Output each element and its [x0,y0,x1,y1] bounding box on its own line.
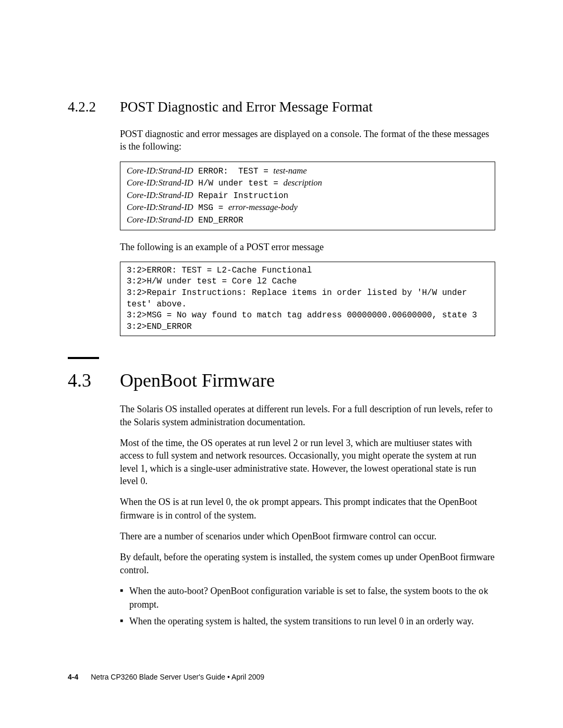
section-number: 4.3 [68,369,120,391]
section-heading-43: 4.3 OpenBoot Firmware [68,369,495,391]
example-output-box: 3:2>ERROR: TEST = L2-Cache Functional 3:… [120,262,495,337]
format-line-5: Core-ID:Strand-ID END_ERROR [127,214,488,227]
format-line-1: Core-ID:Strand-ID ERROR: TEST = test-nam… [127,165,488,178]
paragraph: There are a number of scenarios under wh… [120,530,495,542]
document-page: 4.2.2 POST Diagnostic and Error Message … [0,0,563,728]
paragraph: When the OS is at run level 0, the ok pr… [120,496,495,522]
paragraph: The Solaris OS installed operates at dif… [120,403,495,428]
subsection-heading-422: 4.2.2 POST Diagnostic and Error Message … [68,99,495,115]
format-line-3: Core-ID:Strand-ID Repair Instruction [127,190,488,202]
section-43-content: The Solaris OS installed operates at dif… [120,403,495,627]
message-format-box: Core-ID:Strand-ID ERROR: TEST = test-nam… [120,162,495,230]
page-footer: 4-4Netra CP3260 Blade Server User's Guid… [68,673,264,681]
section-title: OpenBoot Firmware [120,369,275,391]
format-line-2: Core-ID:Strand-ID H/W under test = descr… [127,177,488,190]
paragraph: Most of the time, the OS operates at run… [120,437,495,487]
format-line-4: Core-ID:Strand-ID MSG = error-message-bo… [127,202,488,214]
section-rule-wrap [68,357,495,359]
list-item: When the operating system is halted, the… [129,615,495,627]
example-intro-paragraph: The following is an example of a POST er… [120,241,495,253]
section-title: POST Diagnostic and Error Message Format [120,99,373,115]
footer-text: Netra CP3260 Blade Server User's Guide •… [91,673,264,681]
section-rule [68,357,99,359]
list-item: When the auto-boot? OpenBoot configurati… [129,585,495,611]
intro-paragraph: POST diagnostic and error messages are d… [120,128,495,153]
bullet-list: When the auto-boot? OpenBoot configurati… [120,585,495,627]
page-number: 4-4 [68,673,78,681]
paragraph: By default, before the operating system … [120,551,495,576]
section-number: 4.2.2 [68,99,120,115]
section-422-content: POST diagnostic and error messages are d… [120,128,495,336]
